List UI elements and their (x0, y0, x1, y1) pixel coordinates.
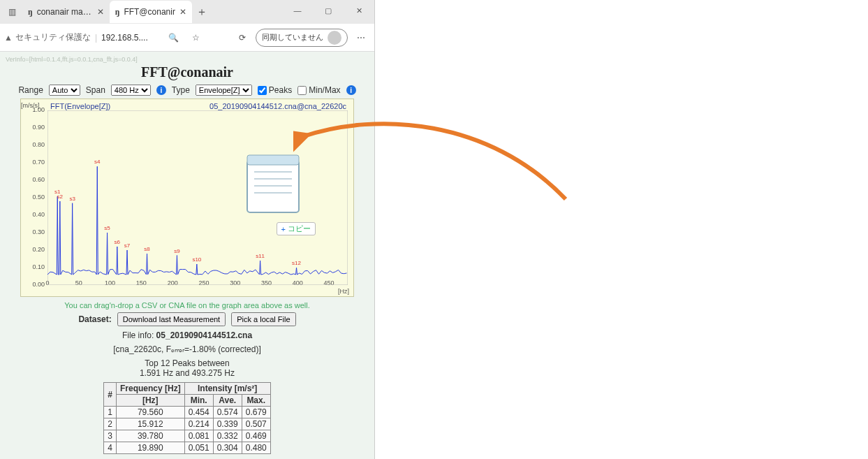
avatar-icon (328, 31, 341, 45)
span-select[interactable]: 480 Hz (111, 85, 151, 96)
browser-tab-0[interactable]: ŋ conanair manua ✕ (22, 1, 110, 23)
th-freq: Frequency [Hz] (116, 383, 184, 395)
svg-text:s11: s11 (256, 253, 265, 259)
security-label: セキュリティ保護な (15, 31, 91, 43)
dataset-label: Dataset: (78, 314, 111, 324)
minimize-button[interactable]: — (282, 0, 313, 21)
edge-window: ▥ ŋ conanair manua ✕ ŋ FFT@conanir ✕ ＋ —… (0, 0, 375, 459)
file-info: File info: 05_20190904144512.cna (6, 330, 369, 340)
chart-area[interactable]: 0.000.100.200.300.400.500.600.700.800.90… (20, 99, 354, 297)
dataset-row: Dataset: Download last Measurement Pick … (6, 312, 369, 326)
favicon-0: ŋ (28, 7, 33, 17)
minmax-checkbox-label: Min/Max (309, 85, 340, 95)
security-indicator[interactable]: ▲ セキュリティ保護な (4, 31, 91, 43)
edge-toolbar: ▲ セキュリティ保護な | 192.168.5.... 🔍 ☆ ⟳ 同期していま… (0, 24, 374, 52)
pick-file-button[interactable]: Pick a local File (231, 312, 295, 326)
page-body: VerInfo=[html=0.1.4,fft.js=0.0.1,cna_fft… (0, 52, 374, 459)
svg-text:s6: s6 (115, 239, 121, 245)
tab-label-1: FFT@conanir (124, 7, 175, 17)
table-row: 215.9120.2140.3390.507 (104, 418, 270, 430)
sync-label: 同期していません (262, 32, 323, 43)
favorite-icon[interactable]: ☆ (187, 29, 205, 47)
tab-actions-icon[interactable]: ▥ (1, 1, 22, 22)
svg-text:s12: s12 (292, 260, 301, 266)
peaks-table: # Frequency [Hz] Intensity [m/s²] [Hz]Mi… (103, 382, 270, 454)
notepad-drop-icon (242, 148, 304, 218)
svg-text:s3: s3 (69, 196, 75, 202)
new-tab-button[interactable]: ＋ (192, 2, 212, 22)
info-icon[interactable]: i (346, 85, 356, 95)
svg-text:s9: s9 (174, 248, 180, 254)
table-row: 179.5600.4540.5740.679 (104, 407, 270, 418)
version-info: VerInfo=[html=0.1.4,fft.js=0.0.1,cna_fft… (6, 56, 369, 63)
span-label: Span (86, 85, 105, 95)
browser-tab-1[interactable]: ŋ FFT@conanir ✕ (110, 1, 192, 23)
drag-help-text: You can drag'n-drop a CSV or CNA file on… (6, 301, 369, 309)
peaks-checkbox-label: Peaks (269, 85, 292, 95)
address-text[interactable]: 192.168.5.... (101, 33, 148, 43)
top12-heading: Top 12 Peaks between1.591 Hz and 493.275… (6, 358, 369, 378)
close-icon[interactable]: ✕ (179, 7, 186, 17)
correction-info: [cna_22620c, Fₑᵣᵣₒᵣ=-1.80% (corrected)] (6, 344, 369, 354)
range-select[interactable]: Auto (49, 85, 80, 96)
type-label: Type (172, 85, 190, 95)
svg-rect-14 (247, 155, 299, 165)
sync-button[interactable]: 同期していません (256, 29, 348, 47)
page-title: FFT@conanair (6, 64, 369, 80)
download-button[interactable]: Download last Measurement (117, 312, 226, 326)
menu-icon[interactable]: ⋯ (352, 29, 370, 47)
th-num: # (104, 383, 117, 407)
copy-button[interactable]: +コピー (277, 222, 316, 235)
svg-text:s2: s2 (57, 194, 64, 200)
favicon-1: ŋ (115, 7, 120, 17)
svg-text:s7: s7 (124, 242, 131, 249)
tab-label-0: conanair manua (37, 7, 93, 17)
copy-label: コピー (288, 224, 311, 234)
close-icon[interactable]: ✕ (97, 7, 104, 17)
svg-text:s4: s4 (94, 159, 101, 165)
close-button[interactable]: ✕ (344, 0, 374, 21)
svg-text:s5: s5 (104, 225, 110, 231)
refresh-icon[interactable]: ⟳ (233, 29, 251, 47)
peaks-checkbox[interactable]: Peaks (258, 85, 292, 95)
chart-controls: Range Auto Span 480 Hz i Type Envelope[Z… (6, 85, 369, 96)
search-icon[interactable]: 🔍 (165, 29, 183, 47)
info-icon[interactable]: i (156, 85, 166, 95)
svg-text:s10: s10 (192, 256, 201, 263)
svg-rect-13 (247, 161, 299, 212)
edge-titlebar: ▥ ŋ conanair manua ✕ ŋ FFT@conanir ✕ ＋ —… (0, 0, 374, 24)
svg-text:s8: s8 (144, 246, 150, 252)
type-select[interactable]: Envelope[Z] (196, 85, 252, 96)
table-row: 339.7800.0810.3320.469 (104, 430, 270, 442)
table-row: 419.8900.0510.3040.480 (104, 442, 270, 454)
range-label: Range (18, 85, 43, 95)
th-int: Intensity [m/s²] (184, 383, 270, 395)
maximize-button[interactable]: ▢ (313, 0, 344, 21)
minmax-checkbox[interactable]: Min/Max (297, 85, 340, 95)
